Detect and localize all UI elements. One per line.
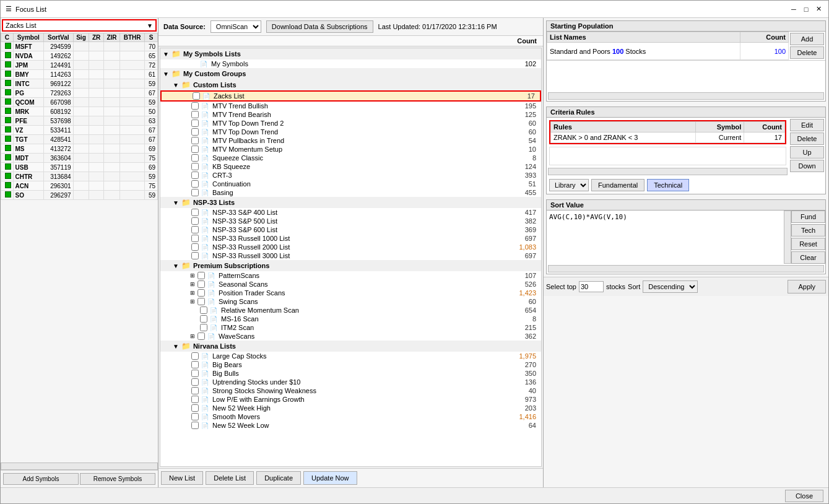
duplicate-button[interactable]: Duplicate: [256, 471, 301, 485]
table-row[interactable]: NVDA 149262 65: [1, 51, 158, 61]
list-item[interactable]: ⊞📄Position Trader Scans1,423: [160, 289, 541, 297]
minimize-button[interactable]: ─: [789, 4, 799, 14]
table-row[interactable]: MRK 608192 50: [1, 107, 158, 116]
list-item[interactable]: ⊞📄PatternScans107: [160, 271, 541, 280]
stock-zr: [89, 116, 103, 126]
list-item[interactable]: 📄 NSP-33 Russell 1000 List 697: [160, 234, 541, 243]
table-row[interactable]: MS 413272 69: [1, 144, 158, 154]
list-item[interactable]: 📄 MTV Pullbacks in Trend 54: [160, 136, 541, 145]
sp-delete-button[interactable]: Delete: [790, 46, 824, 59]
list-item[interactable]: 📄MS-16 Scan8: [160, 315, 541, 323]
delete-list-button[interactable]: Delete List: [206, 471, 254, 485]
sort-expr-scrollbar-v[interactable]: [784, 211, 791, 264]
cr-up-button[interactable]: Up: [790, 146, 824, 159]
remove-symbols-button[interactable]: Remove Symbols: [80, 473, 155, 485]
technical-button[interactable]: Technical: [647, 179, 689, 191]
tree-section-header[interactable]: ▼📁Custom Lists: [160, 79, 541, 90]
update-now-button[interactable]: Update Now: [303, 471, 357, 485]
table-row[interactable]: VZ 533411 67: [1, 126, 158, 135]
close-button[interactable]: ✕: [814, 4, 823, 14]
table-row[interactable]: SO 296297 59: [1, 191, 158, 200]
sort-order-select[interactable]: Descending Ascending: [643, 280, 698, 293]
download-button[interactable]: Download Data & Subscriptions: [266, 20, 373, 33]
table-row[interactable]: ACN 296301 75: [1, 181, 158, 191]
list-item[interactable]: 📄 Big Bears 270: [160, 360, 541, 369]
list-title: Zacks List: [6, 22, 37, 29]
list-item[interactable]: 📄 New 52 Week Low 64: [160, 421, 541, 430]
add-symbols-button[interactable]: Add Symbols: [3, 473, 79, 485]
sp-add-button[interactable]: Add: [790, 33, 824, 45]
cr-delete-button[interactable]: Delete: [790, 133, 824, 145]
table-row[interactable]: QCOM 667098 59: [1, 98, 158, 107]
cr-inner: Rules Symbol Count ZRANK > 0 and ZRANK <…: [549, 120, 786, 144]
sort-scrollbar-h[interactable]: [548, 265, 824, 272]
list-item[interactable]: 📄 MTV Trend Bullish 195: [160, 102, 541, 110]
cr-edit-button[interactable]: Edit: [790, 119, 824, 131]
list-item[interactable]: 📄 Low P/E with Earnings Growth 973: [160, 395, 541, 404]
list-item[interactable]: 📄 Large Cap Stocks 1,975: [160, 352, 541, 360]
list-item[interactable]: 📄 MTV Top Down Trend 60: [160, 128, 541, 136]
cr-down-button[interactable]: Down: [790, 160, 824, 172]
list-item[interactable]: 📄 KB Squeeze 124: [160, 162, 541, 171]
library-dropdown[interactable]: Library: [549, 179, 589, 191]
fund-button[interactable]: Fund: [791, 211, 825, 223]
tree-section-header[interactable]: ▼📁NSP-33 Lists: [160, 197, 541, 208]
list-item[interactable]: 📄 New 52 Week High 203: [160, 404, 541, 412]
list-item[interactable]: 📄 Smooth Movers 1,416: [160, 412, 541, 421]
clear-button[interactable]: Clear: [791, 251, 825, 264]
list-item[interactable]: 📄 MTV Momentum Setup 10: [160, 145, 541, 154]
list-item[interactable]: 📄 NSP-33 Russell 2000 List 1,083: [160, 243, 541, 251]
table-row[interactable]: MSFT 294599 70: [1, 42, 158, 51]
list-item[interactable]: 📄 NSP-33 S&P 600 List 369: [160, 225, 541, 234]
reset-button[interactable]: Reset: [791, 238, 825, 250]
list-item[interactable]: 📄 Zacks List 17: [160, 90, 541, 102]
tree-section-header[interactable]: ▼📁My Symbols Lists: [160, 48, 541, 59]
tree-section-header[interactable]: ▼📁Premium Subscriptions: [160, 260, 541, 271]
table-row[interactable]: USB 357119 69: [1, 163, 158, 172]
list-item[interactable]: 📄 Strong Stocks Showing Weakness 40: [160, 386, 541, 395]
list-item[interactable]: 📄 MTV Trend Bearish 125: [160, 110, 541, 119]
sort-expr-input[interactable]: AVG(C,10)*AVG(V,10): [547, 211, 784, 248]
left-panel-scrollbar[interactable]: [1, 463, 158, 470]
list-item[interactable]: 📄 Squeeze Classic 8: [160, 154, 541, 162]
table-row[interactable]: JPM 124491 72: [1, 61, 158, 70]
list-item[interactable]: 📄 Basing 455: [160, 188, 541, 197]
table-row[interactable]: PG 729263 67: [1, 89, 158, 98]
tree-section-header[interactable]: ▼📁Nirvana Lists: [160, 341, 541, 352]
tree-section-header[interactable]: ▼📁My Custom Groups: [160, 68, 541, 79]
list-item[interactable]: 📄 Big Bulls 350: [160, 369, 541, 378]
list-item[interactable]: 📄 CRT-3 393: [160, 171, 541, 180]
list-item[interactable]: 📄 NSP-33 Russell 3000 List 697: [160, 251, 541, 260]
list-item[interactable]: 📄 MTV Top Down Trend 2 60: [160, 119, 541, 128]
table-row[interactable]: BMY 114263 61: [1, 70, 158, 79]
datasource-select[interactable]: OmniScan: [211, 20, 261, 33]
table-row[interactable]: MDT 363604 75: [1, 154, 158, 163]
table-row[interactable]: CHTR 313684 59: [1, 172, 158, 181]
close-button-bottom[interactable]: Close: [785, 490, 823, 502]
apply-button[interactable]: Apply: [788, 280, 826, 293]
list-item[interactable]: 📄My Symbols102: [160, 59, 541, 68]
tech-button[interactable]: Tech: [791, 224, 825, 237]
list-item[interactable]: 📄 NSP-33 S&P 400 List 417: [160, 208, 541, 217]
fundamental-button[interactable]: Fundamental: [591, 179, 645, 191]
list-item[interactable]: 📄 NSP-33 S&P 500 List 382: [160, 217, 541, 225]
stock-symbol: VZ: [13, 126, 43, 135]
list-item[interactable]: 📄ITM2 Scan215: [160, 323, 541, 332]
maximize-button[interactable]: □: [801, 4, 811, 14]
list-item[interactable]: ⊞📄WaveScans362: [160, 332, 541, 341]
sp-scrollbar[interactable]: [548, 92, 824, 100]
tree-area[interactable]: ▼📁My Symbols Lists📄My Symbols102▼📁My Cus…: [160, 48, 542, 467]
table-row[interactable]: INTC 969122 59: [1, 79, 158, 89]
list-item[interactable]: ⊞📄Seasonal Scans526: [160, 280, 541, 289]
new-list-button[interactable]: New List: [161, 471, 203, 485]
list-item[interactable]: 📄Relative Momentum Scan654: [160, 306, 541, 315]
list-dropdown-arrow[interactable]: ▼: [147, 22, 153, 29]
list-item[interactable]: 📄 Continuation 51: [160, 180, 541, 188]
table-row[interactable]: PFE 537698 63: [1, 116, 158, 126]
table-row[interactable]: TGT 428541 67: [1, 135, 158, 144]
select-top-input[interactable]: [579, 281, 604, 292]
cr-scrollbar[interactable]: [548, 168, 788, 175]
stock-zir: [103, 98, 120, 107]
list-item[interactable]: 📄 Uptrending Stocks under $10 136: [160, 378, 541, 386]
list-item[interactable]: ⊞📄Swing Scans60: [160, 297, 541, 306]
